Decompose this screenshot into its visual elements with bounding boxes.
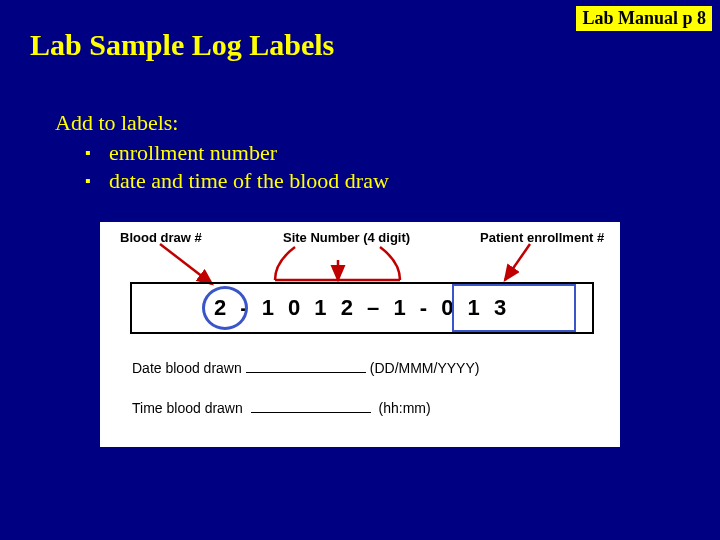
list-item: ▪ date and time of the blood draw <box>85 168 389 194</box>
date-blank <box>246 360 366 373</box>
caption-blood-draw: Blood draw # <box>120 230 202 245</box>
bullet-text: date and time of the blood draw <box>109 168 389 194</box>
bullet-text: enrollment number <box>109 140 277 166</box>
bullet-icon: ▪ <box>85 168 109 194</box>
svg-line-2 <box>505 244 530 280</box>
bullet-list: ▪ enrollment number ▪ date and time of t… <box>85 140 389 196</box>
time-hint: (hh:mm) <box>379 400 431 416</box>
time-field-line: Time blood drawn (hh:mm) <box>132 400 431 416</box>
label-code-box: 2 - 1 0 1 2 – 1 - 0 1 3 <box>130 282 594 334</box>
svg-line-0 <box>160 244 212 284</box>
subheading: Add to labels: <box>55 110 178 136</box>
time-label: Time blood drawn <box>132 400 243 416</box>
caption-site-number: Site Number (4 digit) <box>283 230 410 245</box>
bullet-icon: ▪ <box>85 140 109 166</box>
time-blank <box>251 400 371 413</box>
list-item: ▪ enrollment number <box>85 140 389 166</box>
date-field-line: Date blood drawn(DD/MMM/YYYY) <box>132 360 479 376</box>
label-illustration: Blood draw # Site Number (4 digit) Patie… <box>100 222 620 447</box>
date-hint: (DD/MMM/YYYY) <box>370 360 480 376</box>
label-code: 2 - 1 0 1 2 – 1 - 0 1 3 <box>214 295 510 321</box>
date-label: Date blood drawn <box>132 360 242 376</box>
page-badge: Lab Manual p 8 <box>576 6 712 31</box>
caption-enrollment: Patient enrollment # <box>480 230 604 245</box>
slide-title: Lab Sample Log Labels <box>30 28 334 62</box>
